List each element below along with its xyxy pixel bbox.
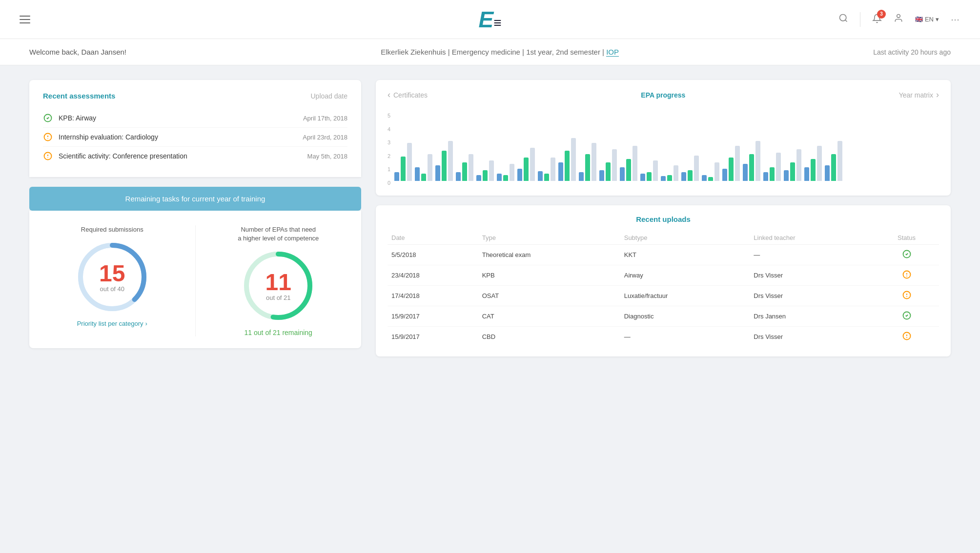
- bar-green: [811, 159, 816, 181]
- bar-green: [565, 151, 570, 181]
- nav-right-arrow[interactable]: ›: [936, 90, 939, 100]
- welcome-greeting: Welcome back, Daan Jansen!: [29, 48, 126, 56]
- epa-label-line1: Number of EPAs that need: [241, 226, 316, 233]
- cell-status: [874, 265, 939, 286]
- iop-link[interactable]: IOP: [606, 48, 619, 57]
- assessment-date-1: April 23rd, 2018: [303, 134, 347, 141]
- epa-count-stat: Number of EPAs that need a higher level …: [205, 225, 352, 336]
- nav-certificates[interactable]: Certificates: [393, 91, 428, 99]
- cell-date: 15/9/2017: [388, 306, 478, 327]
- bar-gray: [469, 154, 473, 181]
- cell-type: CBD: [478, 327, 620, 347]
- bar-group: [517, 148, 535, 181]
- bar-gray: [694, 156, 699, 181]
- nav-epa-progress[interactable]: EPA progress: [641, 91, 685, 99]
- bar-blue: [394, 172, 399, 181]
- uploads-table-body: 5/5/2018 Theoretical exam KKT — 23/4/201…: [388, 245, 939, 347]
- submissions-sub-text: out of 40: [99, 285, 125, 293]
- assessments-title: Recent assessments: [43, 92, 115, 100]
- bar-chart: [394, 108, 842, 186]
- bar-green: [524, 158, 529, 181]
- cell-date: 17/4/2018: [388, 286, 478, 306]
- cell-teacher: Drs Visser: [750, 327, 874, 347]
- assessments-header: Recent assessments Upload date: [43, 92, 347, 100]
- remaining-tasks-banner: Remaining tasks for current year of trai…: [29, 187, 361, 211]
- language-selector[interactable]: 🇬🇧 EN ▾: [915, 16, 939, 23]
- bar-green: [749, 154, 754, 181]
- bar-gray: [448, 141, 453, 181]
- bar-green: [606, 162, 611, 181]
- assessment-name-0: KPB: Airway: [59, 114, 96, 122]
- bar-blue: [681, 172, 686, 181]
- bar-blue: [661, 176, 666, 181]
- more-options-button[interactable]: ⋯: [951, 14, 960, 25]
- cell-teacher: Drs Visser: [750, 265, 874, 286]
- submissions-circle-center: 15 out of 40: [99, 262, 125, 293]
- cell-teacher: Drs Jansen: [750, 306, 874, 327]
- col-type: Type: [478, 231, 620, 245]
- priority-list-link[interactable]: Priority list per category ›: [77, 320, 147, 327]
- cell-subtype: —: [620, 327, 750, 347]
- epa-big-number: 11: [265, 271, 291, 294]
- col-status: Status: [874, 231, 939, 245]
- bar-group: [681, 156, 699, 181]
- app-logo: E≡: [478, 8, 501, 31]
- bar-gray: [633, 146, 637, 181]
- bar-gray: [592, 143, 596, 181]
- epa-circle-center: 11 out of 21: [265, 271, 291, 301]
- hamburger-menu[interactable]: [20, 16, 30, 23]
- col-teacher: Linked teacher: [750, 231, 874, 245]
- last-activity: Last activity 20 hours ago: [873, 48, 951, 56]
- bar-blue: [456, 172, 461, 181]
- bar-green: [831, 154, 836, 181]
- nav-left-group: ‹ Certificates: [388, 90, 428, 100]
- epa-progress-card: ‹ Certificates EPA progress Year matrix …: [376, 80, 951, 196]
- bar-gray: [510, 164, 514, 181]
- bar-gray: [407, 143, 412, 181]
- nav-right-group: Year matrix ›: [899, 90, 939, 100]
- bar-group: [538, 158, 555, 181]
- status-green-icon: [43, 113, 53, 123]
- flag-emoji: 🇬🇧: [915, 16, 923, 23]
- bar-gray: [755, 141, 760, 181]
- bar-group: [394, 143, 412, 181]
- epa-count-label: Number of EPAs that need a higher level …: [238, 225, 319, 243]
- bar-group: [743, 141, 760, 181]
- nav-year-matrix[interactable]: Year matrix: [899, 91, 933, 99]
- assessment-left-0: KPB: Airway: [43, 113, 96, 123]
- table-row: 17/4/2018 OSAT Luxatie/fractuur Drs Viss…: [388, 286, 939, 306]
- cell-status: [874, 327, 939, 347]
- bar-green: [667, 175, 672, 181]
- table-row: 15/9/2017 CBD — Drs Visser: [388, 327, 939, 347]
- bar-green: [647, 172, 652, 181]
- status-orange-icon-2: [43, 151, 53, 161]
- assessment-left-1: Internship evaluation: Cardiology: [43, 132, 158, 142]
- table-row: 5/5/2018 Theoretical exam KKT —: [388, 245, 939, 265]
- institution-info: Elkerliek Ziekenhuis | Emergency medicin…: [381, 48, 619, 56]
- cell-date: 23/4/2018: [388, 265, 478, 286]
- search-icon[interactable]: [838, 13, 848, 25]
- epa-label-line2: a higher level of competence: [238, 235, 319, 242]
- chart-y-axis: 0 1 2 3 4 5: [388, 113, 390, 186]
- bar-group: [722, 146, 740, 181]
- uploads-table: Date Type Subtype Linked teacher Status …: [388, 231, 939, 347]
- header-left: [20, 16, 30, 23]
- bar-group: [620, 146, 637, 181]
- bar-blue: [702, 175, 707, 181]
- bar-group: [763, 153, 781, 181]
- welcome-bar: Welcome back, Daan Jansen! Elkerliek Zie…: [0, 39, 980, 65]
- bar-group: [415, 154, 432, 181]
- bar-gray: [530, 148, 535, 181]
- epa-remaining-text: 11 out of 21 remaining: [245, 329, 312, 336]
- nav-left-arrow[interactable]: ‹: [388, 90, 390, 100]
- bar-blue: [579, 172, 584, 181]
- bar-green: [770, 167, 775, 181]
- user-profile-icon[interactable]: [894, 13, 903, 25]
- notifications-button[interactable]: 3: [872, 14, 882, 25]
- required-submissions-stat: Required submissions 15 out of 40: [39, 225, 185, 336]
- header: E≡ 3 🇬🇧 EN ▾ ⋯: [0, 0, 980, 39]
- notification-badge: 3: [877, 10, 886, 19]
- bar-gray: [653, 160, 658, 181]
- bar-gray: [612, 149, 617, 181]
- bar-group: [599, 149, 617, 181]
